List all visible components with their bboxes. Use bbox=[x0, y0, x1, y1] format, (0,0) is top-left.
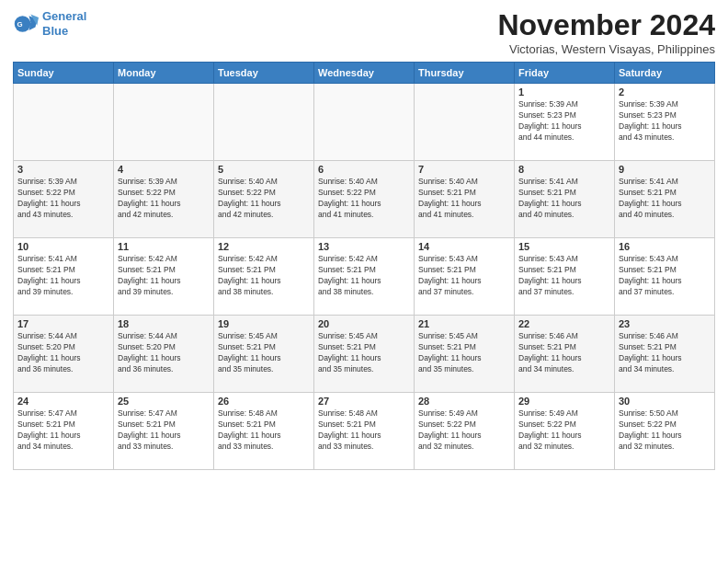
calendar-day-cell: 2Sunrise: 5:39 AM Sunset: 5:23 PM Daylig… bbox=[615, 84, 715, 161]
calendar-day-cell: 20Sunrise: 5:45 AM Sunset: 5:21 PM Dayli… bbox=[314, 316, 415, 393]
day-number: 24 bbox=[17, 396, 109, 407]
day-info: Sunrise: 5:44 AM Sunset: 5:20 PM Dayligh… bbox=[118, 331, 210, 375]
day-info: Sunrise: 5:46 AM Sunset: 5:21 PM Dayligh… bbox=[619, 331, 711, 375]
logo-icon: G bbox=[13, 11, 39, 37]
day-info: Sunrise: 5:48 AM Sunset: 5:21 PM Dayligh… bbox=[218, 408, 310, 453]
day-number: 19 bbox=[218, 318, 310, 329]
calendar-day-cell: 8Sunrise: 5:41 AM Sunset: 5:21 PM Daylig… bbox=[515, 161, 615, 238]
calendar-day-cell: 23Sunrise: 5:46 AM Sunset: 5:21 PM Dayli… bbox=[615, 316, 715, 393]
logo-line2: Blue bbox=[42, 24, 68, 38]
calendar-day-cell bbox=[114, 84, 214, 161]
weekday-header-friday: Friday bbox=[515, 63, 615, 84]
calendar-day-cell: 30Sunrise: 5:50 AM Sunset: 5:22 PM Dayli… bbox=[615, 393, 715, 470]
day-number: 16 bbox=[619, 241, 711, 252]
day-number: 3 bbox=[17, 164, 109, 175]
location: Victorias, Western Visayas, Philippines bbox=[497, 42, 715, 56]
day-number: 28 bbox=[418, 396, 510, 407]
day-info: Sunrise: 5:46 AM Sunset: 5:21 PM Dayligh… bbox=[518, 331, 610, 375]
day-number: 27 bbox=[318, 396, 410, 407]
day-info: Sunrise: 5:40 AM Sunset: 5:22 PM Dayligh… bbox=[218, 177, 310, 221]
day-number: 23 bbox=[619, 318, 711, 329]
calendar-week-3: 10Sunrise: 5:41 AM Sunset: 5:21 PM Dayli… bbox=[14, 238, 715, 316]
day-info: Sunrise: 5:41 AM Sunset: 5:21 PM Dayligh… bbox=[619, 177, 711, 221]
calendar-week-2: 3Sunrise: 5:39 AM Sunset: 5:22 PM Daylig… bbox=[14, 161, 715, 238]
day-number: 12 bbox=[218, 241, 310, 252]
calendar-day-cell: 10Sunrise: 5:41 AM Sunset: 5:21 PM Dayli… bbox=[14, 238, 114, 316]
title-block: November 2024 Victorias, Western Visayas… bbox=[497, 9, 715, 56]
day-number: 20 bbox=[318, 318, 410, 329]
day-info: Sunrise: 5:49 AM Sunset: 5:22 PM Dayligh… bbox=[418, 408, 510, 453]
day-info: Sunrise: 5:43 AM Sunset: 5:21 PM Dayligh… bbox=[518, 254, 610, 298]
calendar-day-cell: 16Sunrise: 5:43 AM Sunset: 5:21 PM Dayli… bbox=[615, 238, 715, 316]
calendar-day-cell: 24Sunrise: 5:47 AM Sunset: 5:21 PM Dayli… bbox=[14, 393, 114, 470]
calendar-day-cell: 17Sunrise: 5:44 AM Sunset: 5:20 PM Dayli… bbox=[14, 316, 114, 393]
day-info: Sunrise: 5:47 AM Sunset: 5:21 PM Dayligh… bbox=[118, 408, 210, 453]
day-info: Sunrise: 5:45 AM Sunset: 5:21 PM Dayligh… bbox=[318, 331, 410, 375]
calendar-week-5: 24Sunrise: 5:47 AM Sunset: 5:21 PM Dayli… bbox=[14, 393, 715, 470]
logo-text: General Blue bbox=[42, 9, 86, 38]
day-number: 15 bbox=[518, 241, 610, 252]
month-title: November 2024 bbox=[497, 9, 715, 41]
day-number: 10 bbox=[17, 241, 109, 252]
calendar-day-cell: 3Sunrise: 5:39 AM Sunset: 5:22 PM Daylig… bbox=[14, 161, 114, 238]
calendar-day-cell bbox=[314, 84, 415, 161]
weekday-header-row: SundayMondayTuesdayWednesdayThursdayFrid… bbox=[14, 63, 715, 84]
day-info: Sunrise: 5:43 AM Sunset: 5:21 PM Dayligh… bbox=[619, 254, 711, 298]
day-info: Sunrise: 5:39 AM Sunset: 5:22 PM Dayligh… bbox=[118, 177, 210, 221]
day-info: Sunrise: 5:49 AM Sunset: 5:22 PM Dayligh… bbox=[518, 408, 610, 453]
calendar-day-cell bbox=[214, 84, 314, 161]
day-number: 30 bbox=[619, 396, 711, 407]
day-number: 26 bbox=[218, 396, 310, 407]
weekday-header-monday: Monday bbox=[114, 63, 214, 84]
calendar-day-cell: 11Sunrise: 5:42 AM Sunset: 5:21 PM Dayli… bbox=[114, 238, 214, 316]
day-info: Sunrise: 5:39 AM Sunset: 5:23 PM Dayligh… bbox=[619, 99, 711, 144]
logo-line1: General bbox=[42, 9, 86, 23]
day-number: 8 bbox=[518, 164, 610, 175]
logo: G General Blue bbox=[13, 9, 86, 38]
day-number: 5 bbox=[218, 164, 310, 175]
day-number: 25 bbox=[118, 396, 210, 407]
day-number: 17 bbox=[17, 318, 109, 329]
calendar-day-cell: 25Sunrise: 5:47 AM Sunset: 5:21 PM Dayli… bbox=[114, 393, 214, 470]
day-number: 2 bbox=[619, 86, 711, 98]
day-number: 21 bbox=[418, 318, 510, 329]
calendar-day-cell: 7Sunrise: 5:40 AM Sunset: 5:21 PM Daylig… bbox=[415, 161, 515, 238]
calendar-day-cell: 27Sunrise: 5:48 AM Sunset: 5:21 PM Dayli… bbox=[314, 393, 415, 470]
calendar-day-cell: 12Sunrise: 5:42 AM Sunset: 5:21 PM Dayli… bbox=[214, 238, 314, 316]
day-number: 13 bbox=[318, 241, 410, 252]
calendar-week-4: 17Sunrise: 5:44 AM Sunset: 5:20 PM Dayli… bbox=[14, 316, 715, 393]
calendar-day-cell: 19Sunrise: 5:45 AM Sunset: 5:21 PM Dayli… bbox=[214, 316, 314, 393]
day-number: 14 bbox=[418, 241, 510, 252]
day-info: Sunrise: 5:47 AM Sunset: 5:21 PM Dayligh… bbox=[17, 408, 109, 453]
day-info: Sunrise: 5:45 AM Sunset: 5:21 PM Dayligh… bbox=[218, 331, 310, 375]
day-info: Sunrise: 5:43 AM Sunset: 5:21 PM Dayligh… bbox=[418, 254, 510, 298]
day-number: 18 bbox=[118, 318, 210, 329]
page-container: G General Blue November 2024 Victorias, … bbox=[0, 0, 728, 476]
calendar-day-cell: 18Sunrise: 5:44 AM Sunset: 5:20 PM Dayli… bbox=[114, 316, 214, 393]
calendar-week-1: 1Sunrise: 5:39 AM Sunset: 5:23 PM Daylig… bbox=[14, 84, 715, 161]
header: G General Blue November 2024 Victorias, … bbox=[13, 9, 715, 56]
day-info: Sunrise: 5:42 AM Sunset: 5:21 PM Dayligh… bbox=[318, 254, 410, 298]
calendar-day-cell: 1Sunrise: 5:39 AM Sunset: 5:23 PM Daylig… bbox=[515, 84, 615, 161]
calendar-day-cell bbox=[14, 84, 114, 161]
calendar-day-cell: 6Sunrise: 5:40 AM Sunset: 5:22 PM Daylig… bbox=[314, 161, 415, 238]
weekday-header-thursday: Thursday bbox=[415, 63, 515, 84]
day-info: Sunrise: 5:40 AM Sunset: 5:21 PM Dayligh… bbox=[418, 177, 510, 221]
calendar: SundayMondayTuesdayWednesdayThursdayFrid… bbox=[13, 62, 715, 470]
day-info: Sunrise: 5:48 AM Sunset: 5:21 PM Dayligh… bbox=[318, 408, 410, 453]
day-info: Sunrise: 5:40 AM Sunset: 5:22 PM Dayligh… bbox=[318, 177, 410, 221]
day-info: Sunrise: 5:45 AM Sunset: 5:21 PM Dayligh… bbox=[418, 331, 510, 375]
calendar-day-cell: 28Sunrise: 5:49 AM Sunset: 5:22 PM Dayli… bbox=[415, 393, 515, 470]
day-number: 6 bbox=[318, 164, 410, 175]
calendar-day-cell: 14Sunrise: 5:43 AM Sunset: 5:21 PM Dayli… bbox=[415, 238, 515, 316]
calendar-day-cell bbox=[415, 84, 515, 161]
day-number: 29 bbox=[518, 396, 610, 407]
day-number: 22 bbox=[518, 318, 610, 329]
day-info: Sunrise: 5:42 AM Sunset: 5:21 PM Dayligh… bbox=[118, 254, 210, 298]
day-info: Sunrise: 5:41 AM Sunset: 5:21 PM Dayligh… bbox=[17, 254, 109, 298]
calendar-day-cell: 15Sunrise: 5:43 AM Sunset: 5:21 PM Dayli… bbox=[515, 238, 615, 316]
weekday-header-tuesday: Tuesday bbox=[214, 63, 314, 84]
day-info: Sunrise: 5:42 AM Sunset: 5:21 PM Dayligh… bbox=[218, 254, 310, 298]
calendar-day-cell: 13Sunrise: 5:42 AM Sunset: 5:21 PM Dayli… bbox=[314, 238, 415, 316]
day-number: 9 bbox=[619, 164, 711, 175]
